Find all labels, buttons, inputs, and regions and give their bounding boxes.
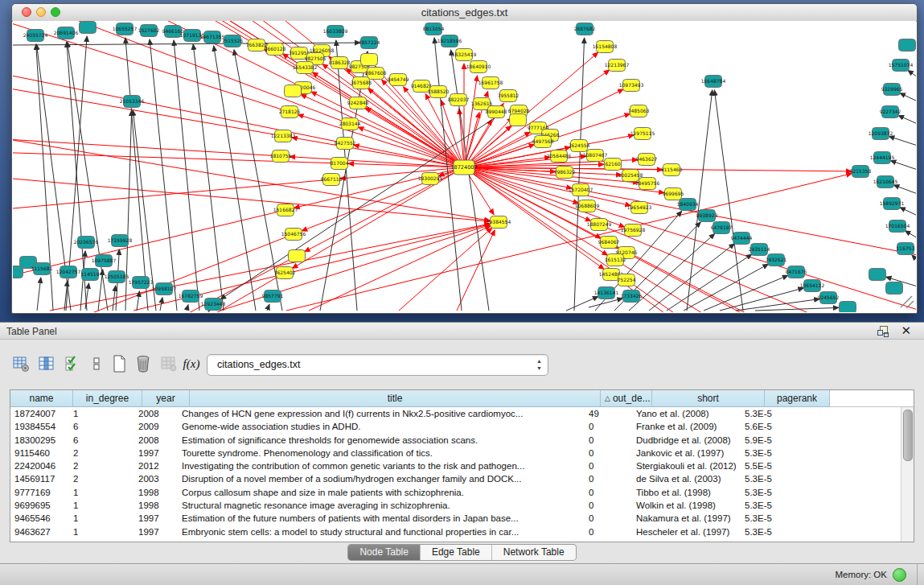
network-node[interactable]: 8813054 — [423, 23, 445, 35]
column-header-short[interactable]: short — [652, 390, 765, 407]
network-node[interactable]: 2718126 — [279, 106, 301, 118]
network-node[interactable]: 2803144 — [339, 118, 361, 130]
network-node[interactable]: 18807249 — [587, 219, 612, 231]
network-node[interactable]: 12042757 — [56, 266, 81, 278]
table-body[interactable]: 1872400712008Changes of HCN gene express… — [10, 407, 901, 542]
network-node[interactable]: 62160 — [605, 159, 622, 171]
network-node[interactable]: 3624554 — [569, 140, 590, 152]
network-node[interactable]: 18640910 — [466, 61, 491, 73]
network-node[interactable]: 8186328 — [329, 57, 351, 69]
network-node[interactable] — [510, 114, 527, 126]
network-node[interactable]: 9245652 — [818, 292, 840, 304]
table-row[interactable]: 911546021997Tourette syndrome. Phenomeno… — [10, 447, 901, 459]
network-node[interactable]: 24055724 — [23, 30, 48, 42]
select-rows-icon[interactable] — [61, 352, 84, 375]
network-node[interactable]: 8427552 — [335, 138, 356, 150]
network-node[interactable]: 16033809 — [323, 26, 348, 38]
network-node[interactable] — [285, 85, 302, 97]
network-node[interactable]: 9242848 — [347, 97, 369, 109]
network-node[interactable]: 9684067 — [598, 237, 620, 249]
close-panel-icon[interactable]: ✕ — [901, 323, 911, 338]
network-node[interactable]: 9474444 — [731, 233, 753, 245]
network-node[interactable]: 18325419 — [452, 49, 477, 61]
network-node[interactable]: 1733426 — [621, 290, 643, 303]
tab-node-table[interactable]: Node Table — [348, 545, 421, 560]
network-node[interactable] — [80, 22, 97, 34]
network-node[interactable]: 8990448 — [486, 106, 507, 118]
network-node[interactable]: 14136141 — [594, 287, 619, 299]
network-node[interactable]: 2935114 — [749, 244, 770, 256]
network-node[interactable]: 12213383 — [271, 130, 296, 142]
column-display-icon[interactable] — [35, 352, 58, 375]
network-node[interactable]: 12093872 — [869, 128, 893, 140]
table-row[interactable]: 946554611997Estimation of the future num… — [10, 512, 901, 525]
table-row[interactable]: 2242004622012Investigating the contribut… — [10, 459, 901, 472]
table-row[interactable]: 1456911722003Disruption of a novel membe… — [10, 472, 901, 485]
network-node[interactable]: 1588520 — [428, 86, 450, 98]
network-node[interactable]: 8660128 — [265, 43, 286, 56]
network-node[interactable]: 8471676 — [786, 266, 807, 278]
network-node[interactable]: 15046756 — [281, 229, 306, 241]
column-header-name[interactable]: name — [10, 390, 73, 407]
network-node[interactable]: 17016504 — [885, 220, 910, 233]
network-node[interactable]: 20691406 — [54, 27, 79, 39]
network-node[interactable]: 1527602 — [138, 25, 160, 37]
network-node[interactable]: 752254 — [618, 274, 636, 286]
network-node[interactable]: 20206576 — [74, 237, 99, 249]
network-node[interactable] — [361, 54, 378, 66]
network-node[interactable] — [840, 302, 856, 313]
network-node[interactable]: 12213967 — [605, 60, 630, 72]
network-window-titlebar[interactable]: citations_edges.txt — [12, 4, 917, 22]
network-node[interactable]: 116753 — [897, 243, 915, 255]
network-node[interactable]: 9699695 — [663, 188, 684, 200]
network-node[interactable]: 10958107 — [152, 283, 177, 295]
network-node[interactable]: 7515526 — [222, 35, 244, 47]
table-tabs[interactable]: Node TableEdge TableNetwork Table — [347, 544, 576, 561]
table-row[interactable]: 1830029562008Estimation of significance … — [10, 434, 901, 447]
network-node[interactable]: 19654923 — [627, 202, 652, 214]
table-settings-icon[interactable] — [10, 352, 32, 375]
network-canvas[interactable]: 2405572420691406106552571527602846616010… — [13, 21, 916, 312]
network-node[interactable]: 16961758 — [478, 77, 503, 89]
network-node[interactable]: 1810755 — [270, 150, 292, 163]
network-node[interactable]: 1615132 — [605, 254, 626, 266]
network-node[interactable]: 7625402 — [274, 267, 296, 279]
network-node[interactable]: 15751074 — [889, 60, 914, 72]
network-node[interactable] — [13, 266, 23, 278]
network-node[interactable]: 10975887 — [92, 255, 117, 267]
network-node[interactable]: 1115681 — [31, 263, 53, 275]
network-node[interactable]: 9329966 — [881, 84, 903, 96]
network-node[interactable]: 1840934 — [677, 199, 699, 211]
network-node[interactable]: 7932621 — [766, 254, 787, 266]
new-table-icon[interactable] — [108, 352, 130, 375]
vertical-scrollbar[interactable] — [901, 407, 914, 542]
column-header-out-de-[interactable]: △out_de... — [601, 390, 652, 407]
network-node[interactable]: 9857791 — [262, 290, 284, 303]
delete-table-icon[interactable] — [132, 352, 154, 375]
network-window[interactable]: citations_edges.txt 24055724206914061065… — [11, 3, 918, 314]
network-node[interactable]: 16154808 — [593, 41, 618, 53]
network-node[interactable]: 12505185 — [105, 271, 129, 283]
network-node[interactable]: 17957223 — [129, 277, 154, 289]
table-selector-dropdown[interactable]: citations_edges.txt ▲▼ — [207, 354, 548, 376]
network-node[interactable]: 15720407 — [569, 184, 593, 196]
table-row[interactable]: 977716911998Corpus callosum shape and si… — [10, 486, 901, 499]
float-panel-icon[interactable] — [877, 326, 889, 337]
network-node[interactable]: 17359928 — [108, 235, 133, 247]
column-header-in-degree[interactable]: in_degree — [73, 390, 142, 407]
network-node[interactable]: 9227342 — [880, 106, 901, 118]
function-builder-icon[interactable]: f(x) — [180, 352, 203, 375]
network-node[interactable]: 8454749 — [388, 74, 409, 86]
network-node[interactable]: 15166827 — [273, 204, 298, 216]
table-row[interactable]: 1872400712008Changes of HCN gene express… — [10, 407, 901, 420]
column-header-pagerank[interactable]: pagerank — [765, 390, 830, 407]
network-node[interactable]: 9115460 — [661, 164, 683, 176]
network-node[interactable]: 19756928 — [621, 225, 646, 237]
tab-edge-table[interactable]: Edge Table — [421, 545, 492, 560]
column-header-title[interactable]: title — [190, 390, 601, 407]
network-node[interactable]: 8822037 — [448, 94, 470, 106]
network-node[interactable]: 8938923 — [696, 210, 718, 222]
tab-network-table[interactable]: Network Table — [492, 545, 576, 560]
network-graph[interactable]: 2405572420691406106552571527602846616010… — [13, 21, 916, 312]
network-node[interactable]: 16648784 — [701, 76, 726, 88]
